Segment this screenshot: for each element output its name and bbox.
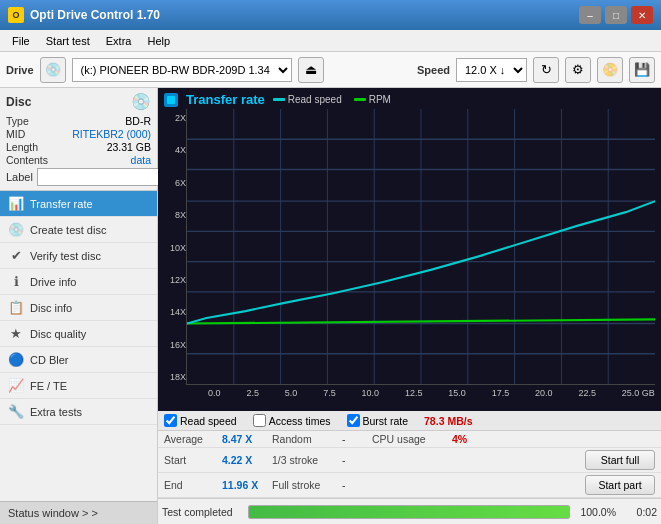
nav-item-disc-info[interactable]: 📋 Disc info: [0, 295, 157, 321]
menu-start-test[interactable]: Start test: [38, 33, 98, 49]
disc-mid-label: MID: [6, 128, 25, 140]
lower-stats: Read speed Access times Burst rate 78.3 …: [158, 411, 661, 498]
end-label: End: [164, 479, 222, 491]
start-part-button[interactable]: Start part: [585, 475, 655, 495]
elapsed-time: 0:02: [622, 506, 657, 518]
one-third-value: -: [342, 454, 372, 466]
drive-label: Drive: [6, 64, 34, 76]
average-value: 8.47 X: [222, 433, 272, 445]
checkbox-burst-rate[interactable]: Burst rate: [347, 414, 409, 427]
nav-item-verify-test-disc[interactable]: ✔ Verify test disc: [0, 243, 157, 269]
nav-section: 📊 Transfer rate 💿 Create test disc ✔ Ver…: [0, 191, 157, 501]
chart-legend: Read speed RPM: [273, 94, 391, 105]
drive-info-icon: ℹ: [8, 274, 24, 289]
disc-quality-icon: ★: [8, 326, 24, 341]
checkbox-access-times[interactable]: Access times: [253, 414, 331, 427]
checkbox-burst-rate-label: Burst rate: [363, 415, 409, 427]
speed-select[interactable]: 12.0 X ↓ Max X 4.0 X 8.0 X: [456, 58, 527, 82]
disc-section-title: Disc: [6, 95, 31, 109]
disc-section-icon: 💿: [131, 92, 151, 111]
disc-section: Disc 💿 Type BD-R MID RITEKBR2 (000) Leng…: [0, 88, 157, 191]
minimize-button[interactable]: –: [579, 6, 601, 24]
checkbox-read-speed[interactable]: Read speed: [164, 414, 237, 427]
drive-icon-btn[interactable]: 💿: [40, 57, 66, 83]
nav-label-disc-quality: Disc quality: [30, 328, 86, 340]
fe-te-icon: 📈: [8, 378, 24, 393]
status-window-label: Status window > >: [8, 507, 98, 519]
checkbox-read-speed-input[interactable]: [164, 414, 177, 427]
eject-button[interactable]: ⏏: [298, 57, 324, 83]
chart-container: Transfer rate Read speed RPM 18X 16X: [158, 88, 661, 411]
transfer-rate-icon: 📊: [8, 196, 24, 211]
checkbox-read-speed-label: Read speed: [180, 415, 237, 427]
disc-length-label: Length: [6, 141, 38, 153]
app-icon: O: [8, 7, 24, 23]
maximize-button[interactable]: □: [605, 6, 627, 24]
nav-item-disc-quality[interactable]: ★ Disc quality: [0, 321, 157, 347]
checkbox-access-times-label: Access times: [269, 415, 331, 427]
app-title: Opti Drive Control 1.70: [30, 8, 160, 22]
disc-type-label: Type: [6, 115, 29, 127]
nav-item-cd-bler[interactable]: 🔵 CD Bler: [0, 347, 157, 373]
stats-row-end: End 11.96 X Full stroke - Start part: [158, 473, 661, 498]
chart-svg: [187, 109, 655, 384]
x-axis: 0.0 2.5 5.0 7.5 10.0 12.5 15.0 17.5 20.0…: [186, 387, 655, 398]
sidebar: Disc 💿 Type BD-R MID RITEKBR2 (000) Leng…: [0, 88, 158, 524]
speed-label: Speed: [417, 64, 450, 76]
start-value: 4.22 X: [222, 454, 272, 466]
menu-file[interactable]: File: [4, 33, 38, 49]
status-window-button[interactable]: Status window > >: [0, 501, 157, 524]
disc-length-value: 23.31 GB: [107, 141, 151, 153]
legend-rpm: RPM: [354, 94, 391, 105]
close-button[interactable]: ✕: [631, 6, 653, 24]
checkboxes-row: Read speed Access times Burst rate 78.3 …: [158, 411, 661, 431]
checkbox-access-times-input[interactable]: [253, 414, 266, 427]
main-layout: Disc 💿 Type BD-R MID RITEKBR2 (000) Leng…: [0, 88, 661, 524]
nav-label-disc-info: Disc info: [30, 302, 72, 314]
disc-action-button[interactable]: 📀: [597, 57, 623, 83]
right-panel: Transfer rate Read speed RPM 18X 16X: [158, 88, 661, 524]
disc-label-key: Label: [6, 171, 33, 183]
progress-bar-fill: [249, 506, 569, 518]
checkbox-burst-rate-input[interactable]: [347, 414, 360, 427]
extra-tests-icon: 🔧: [8, 404, 24, 419]
legend-read-speed-label: Read speed: [288, 94, 342, 105]
nav-label-cd-bler: CD Bler: [30, 354, 69, 366]
nav-item-extra-tests[interactable]: 🔧 Extra tests: [0, 399, 157, 425]
disc-type-value: BD-R: [125, 115, 151, 127]
nav-label-fe-te: FE / TE: [30, 380, 67, 392]
cpu-usage-value: 4%: [452, 433, 655, 445]
menu-help[interactable]: Help: [139, 33, 178, 49]
drive-select[interactable]: (k:) PIONEER BD-RW BDR-209D 1.34: [72, 58, 292, 82]
settings-button[interactable]: ⚙: [565, 57, 591, 83]
nav-item-transfer-rate[interactable]: 📊 Transfer rate: [0, 191, 157, 217]
stats-row-average: Average 8.47 X Random - CPU usage 4%: [158, 431, 661, 448]
disc-contents-label: Contents: [6, 154, 48, 166]
legend-rpm-label: RPM: [369, 94, 391, 105]
average-label: Average: [164, 433, 222, 445]
disc-contents-value: data: [131, 154, 151, 166]
status-bar: Test completed 100.0% 0:02: [158, 498, 661, 524]
nav-item-drive-info[interactable]: ℹ Drive info: [0, 269, 157, 295]
disc-label-input[interactable]: [37, 168, 170, 186]
refresh-button[interactable]: ↻: [533, 57, 559, 83]
disc-mid-value: RITEKBR2 (000): [72, 128, 151, 140]
nav-item-fe-te[interactable]: 📈 FE / TE: [0, 373, 157, 399]
start-full-button[interactable]: Start full: [585, 450, 655, 470]
legend-read-speed: Read speed: [273, 94, 342, 105]
end-value: 11.96 X: [222, 479, 272, 491]
full-stroke-label: Full stroke: [272, 479, 342, 491]
nav-item-create-test-disc[interactable]: 💿 Create test disc: [0, 217, 157, 243]
burst-rate-value: 78.3 MB/s: [424, 415, 472, 427]
start-label: Start: [164, 454, 222, 466]
save-button[interactable]: 💾: [629, 57, 655, 83]
status-text: Test completed: [162, 506, 242, 518]
menu-extra[interactable]: Extra: [98, 33, 140, 49]
create-test-disc-icon: 💿: [8, 222, 24, 237]
full-stroke-value: -: [342, 479, 372, 491]
random-value: -: [342, 433, 372, 445]
menu-bar: File Start test Extra Help: [0, 30, 661, 52]
cd-bler-icon: 🔵: [8, 352, 24, 367]
window-controls: – □ ✕: [579, 6, 653, 24]
cpu-usage-label: CPU usage: [372, 433, 452, 445]
